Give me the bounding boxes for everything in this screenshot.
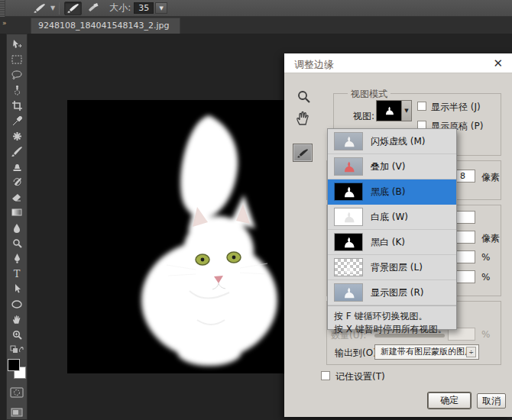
- overlay-thumbnail-icon: [335, 158, 362, 175]
- hand-tool-icon[interactable]: [295, 111, 311, 128]
- shape-tool-icon[interactable]: [8, 296, 25, 312]
- quick-mask-icon[interactable]: [8, 385, 25, 400]
- healing-brush-tool-icon[interactable]: [8, 128, 25, 144]
- view-mode-option-label: 叠加 (V): [371, 160, 405, 173]
- refine-radius-brush-button[interactable]: [64, 2, 82, 15]
- color-swatches[interactable]: [8, 359, 26, 379]
- output-to-label: 输出到(O):: [335, 347, 380, 360]
- marquee-tool-icon[interactable]: [8, 52, 25, 67]
- view-mode-option-label: 黑白 (K): [371, 236, 405, 249]
- black-white-thumbnail-icon: [335, 234, 362, 250]
- document-canvas[interactable]: [67, 100, 285, 373]
- view-mode-menu: 闪烁虚线 (M)叠加 (V)黑底 (B)白底 (W)黑白 (K)背景图层 (L)…: [327, 128, 457, 330]
- brush-size-dropdown-button[interactable]: ▼: [155, 2, 167, 14]
- hint-line-1: 按 F 键循环切换视图。: [334, 310, 450, 323]
- view-mode-option[interactable]: 黑底 (B): [328, 179, 456, 205]
- show-radius-label: 显示半径 (J): [431, 101, 481, 114]
- toolbox-tools: T: [8, 37, 25, 342]
- options-bar-grip: [0, 0, 5, 17]
- pen-tool-icon[interactable]: [8, 250, 25, 266]
- view-mode-menu-items: 闪烁虚线 (M)叠加 (V)黑底 (B)白底 (W)黑白 (K)背景图层 (L)…: [328, 129, 456, 305]
- remember-settings-label: 记住设置(T): [335, 370, 385, 383]
- blur-tool-icon[interactable]: [8, 220, 25, 235]
- view-mode-option-label: 黑底 (B): [371, 186, 405, 199]
- view-mode-option-label: 白底 (W): [371, 211, 408, 224]
- erase-refinements-brush-button[interactable]: [83, 2, 101, 15]
- contrast-unit: %: [481, 252, 490, 263]
- svg-text:T: T: [14, 269, 21, 279]
- zoom-tool-icon[interactable]: [8, 327, 25, 342]
- refine-edge-dialog: 调整边缘 ✕ 视图模式 视图: ▼ 显示半径 (J) 显示原稿 (P): [284, 53, 512, 417]
- lasso-tool-icon[interactable]: [8, 67, 25, 82]
- type-tool-icon[interactable]: T: [8, 266, 25, 281]
- white-cat-image: [67, 100, 285, 373]
- hint-line-2: 按 X 键暂时停用所有视图。: [334, 323, 450, 336]
- refine-radius-tool-button[interactable]: [293, 144, 313, 162]
- view-mode-option[interactable]: 白底 (W): [328, 205, 456, 230]
- on-black-thumbnail-icon: [335, 183, 362, 200]
- photoshop-window: ▼ 大小: 35 ▼ » 9248108_184041548143_2.jpg …: [0, 0, 512, 420]
- dialog-title-bar[interactable]: 调整边缘 ✕: [284, 53, 512, 73]
- show-radius-checkbox[interactable]: [417, 102, 426, 111]
- remember-settings-checkbox[interactable]: [321, 371, 330, 380]
- history-brush-tool-icon[interactable]: [8, 174, 25, 189]
- quick-select-tool-icon[interactable]: [8, 82, 25, 98]
- crop-tool-icon[interactable]: [8, 98, 25, 113]
- output-to-select[interactable]: 新建带有图层蒙版的图层 ÷: [374, 344, 479, 360]
- dialog-title: 调整边缘: [294, 58, 334, 72]
- view-thumbnail-button[interactable]: [376, 100, 402, 121]
- view-dropdown-arrow[interactable]: ▼: [402, 100, 412, 121]
- feather-unit: 像素: [481, 232, 500, 245]
- zoom-tool-icon[interactable]: [297, 90, 311, 106]
- toolbox-panel: T: [6, 34, 28, 420]
- clone-stamp-tool-icon[interactable]: [8, 159, 25, 174]
- shift-edge-unit: %: [481, 272, 490, 283]
- document-tab[interactable]: 9248108_184041548143_2.jpg: [31, 18, 180, 34]
- close-icon[interactable]: ✕: [493, 57, 503, 70]
- on-white-thumbnail-icon: [335, 208, 362, 225]
- on-layers-thumbnail-icon: [335, 259, 362, 276]
- tab-strip: » 9248108_184041548143_2.jpg: [0, 17, 512, 34]
- brush-size-input[interactable]: 35: [134, 2, 154, 14]
- brush-tool-icon[interactable]: [8, 144, 25, 159]
- amount-unit: %: [481, 329, 490, 340]
- move-tool-icon[interactable]: [8, 37, 25, 52]
- ok-button[interactable]: 确定: [428, 393, 471, 409]
- view-mode-option-label: 背景图层 (L): [371, 261, 423, 274]
- view-mode-option-label: 显示图层 (R): [371, 286, 424, 299]
- dodge-tool-icon[interactable]: [8, 235, 25, 250]
- view-mode-menu-hints: 按 F 键循环切换视图。 按 X 键暂时停用所有视图。: [328, 305, 456, 341]
- gradient-tool-icon[interactable]: [8, 205, 25, 220]
- swap-colors-icon[interactable]: [8, 342, 25, 357]
- brush-size-label: 大小:: [109, 2, 131, 15]
- panel-collapse-icon[interactable]: »: [2, 19, 6, 27]
- view-mode-option[interactable]: 背景图层 (L): [328, 255, 456, 280]
- view-mode-option[interactable]: 黑白 (K): [328, 230, 456, 255]
- marching-ants-thumbnail-icon: [335, 133, 362, 150]
- radius-unit: 像素: [481, 171, 500, 184]
- hand-tool-icon[interactable]: [8, 312, 25, 327]
- eraser-tool-icon[interactable]: [8, 189, 25, 205]
- reveal-layer-thumbnail-icon: [335, 284, 362, 301]
- path-select-tool-icon[interactable]: [8, 281, 25, 296]
- view-mode-option[interactable]: 显示图层 (R): [328, 280, 456, 305]
- chevron-down-icon[interactable]: ▼: [50, 5, 55, 11]
- separator: [59, 2, 60, 15]
- view-label: 视图:: [353, 110, 374, 123]
- tool-preset-brush-icon[interactable]: [31, 2, 48, 15]
- view-mode-option[interactable]: 闪烁虚线 (M): [328, 129, 456, 154]
- cancel-button[interactable]: 取消: [477, 393, 506, 409]
- output-to-value: 新建带有图层蒙版的图层: [381, 347, 473, 357]
- options-bar: ▼ 大小: 35 ▼: [0, 0, 512, 17]
- view-mode-group-label: 视图模式: [348, 88, 390, 101]
- select-spinner-icon: ÷: [466, 347, 476, 357]
- foreground-color-swatch[interactable]: [8, 359, 20, 371]
- view-mode-option[interactable]: 叠加 (V): [328, 154, 456, 179]
- eyedropper-tool-icon[interactable]: [8, 113, 25, 128]
- screen-mode-icon[interactable]: [8, 405, 25, 420]
- view-mode-option-label: 闪烁虚线 (M): [371, 135, 426, 148]
